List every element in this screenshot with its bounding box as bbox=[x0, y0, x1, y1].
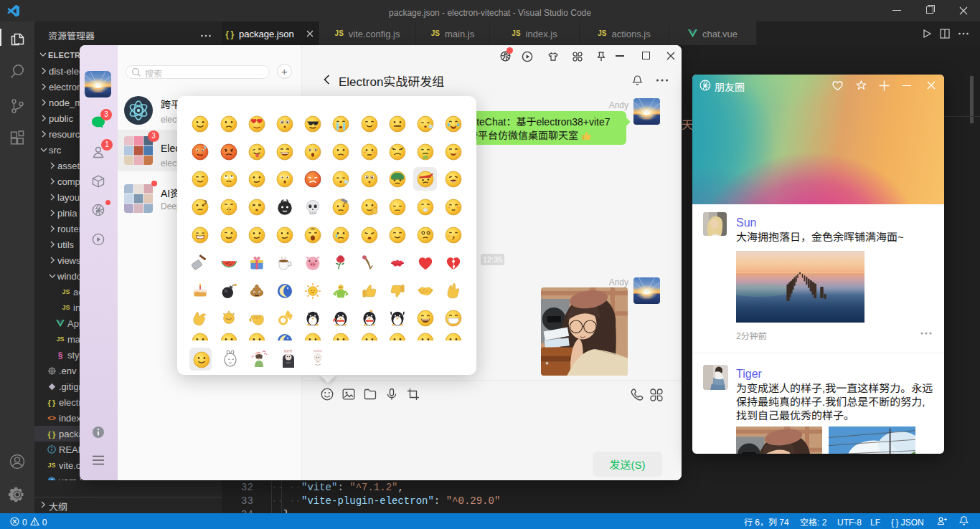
svg-text:你好呀!: 你好呀! bbox=[283, 349, 293, 353]
svg-text:咱咱咱: 咱咱咱 bbox=[314, 349, 322, 353]
